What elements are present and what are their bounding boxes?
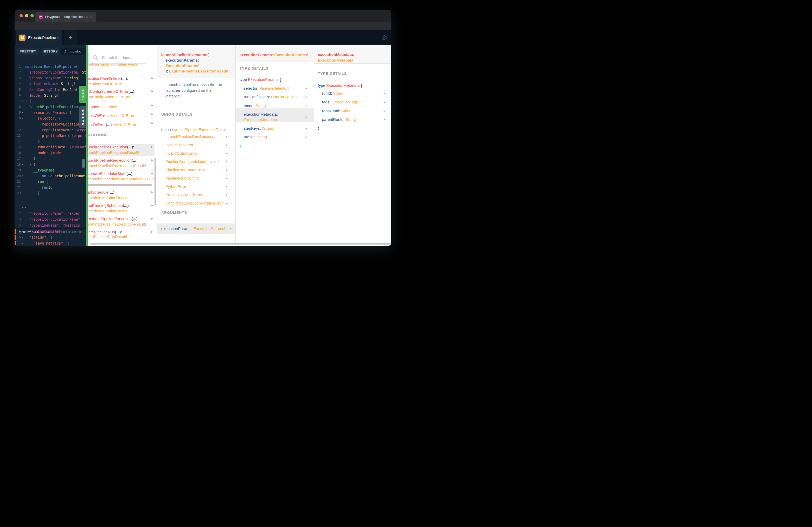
column1-hscrollbar[interactable] — [88, 184, 152, 186]
expand-arrow-icon[interactable]: ▶ — [151, 171, 155, 176]
tab-docs[interactable]: DOCS — [79, 86, 86, 103]
editor-scrollbar[interactable] — [82, 159, 85, 168]
browser-tab[interactable]: Playground - http://localhost:3 × — [35, 12, 96, 22]
expand-arrow-icon[interactable]: ▶ — [151, 112, 155, 116]
query-editor-pane[interactable]: PRETTIFY HISTORY ↺ http://loc 1mutation … — [15, 45, 86, 246]
docs-item[interactable]: rminatePipelineExecution(...): — [88, 216, 139, 222]
docs-item-result[interactable]: cheduleMutationResult! — [88, 208, 129, 214]
union-member[interactable]: ConflictingExecutionParamsError — [165, 200, 223, 206]
history-button[interactable]: HISTORY — [42, 48, 59, 55]
expand-arrow-icon[interactable]: ▶ — [151, 76, 155, 80]
fold-caret-icon[interactable]: ▾ — [21, 173, 23, 179]
fold-caret-icon[interactable]: ▾ — [21, 115, 23, 121]
type-field[interactable]: preset: String — [244, 134, 267, 140]
docs-item[interactable]: setOrError(...): AssetOrError! — [88, 122, 137, 127]
new-tab-icon[interactable]: + — [100, 13, 103, 19]
fold-caret-icon[interactable]: ▾ — [21, 205, 23, 210]
expand-arrow-icon[interactable]: ▶ — [306, 135, 309, 139]
union-member[interactable]: PythonError — [165, 184, 186, 190]
fold-caret-icon[interactable]: ▾ — [21, 235, 23, 240]
docs-item-result[interactable]: unchPipelineExecutionResult! — [88, 150, 139, 155]
expand-arrow-icon[interactable]: ▶ — [226, 160, 229, 164]
union-member[interactable]: PresetNotFoundError — [165, 192, 203, 198]
fold-caret-icon[interactable]: ▾ — [21, 228, 23, 234]
expand-arrow-icon[interactable]: ▶ — [306, 115, 309, 119]
endpoint-input[interactable]: ↺ http://loc — [61, 48, 86, 55]
expand-arrow-icon[interactable]: ▶ — [226, 135, 229, 139]
union-member[interactable]: PipelineConfigValidationInvalid — [165, 159, 219, 165]
expand-arrow-icon[interactable]: ▶ — [151, 230, 155, 234]
expand-arrow-icon[interactable]: ▶ — [226, 193, 229, 197]
expand-arrow-icon[interactable]: ▶ — [151, 145, 155, 149]
expand-arrow-icon[interactable]: ▶ — [306, 104, 309, 108]
type-field[interactable]: rootRunId: String — [322, 108, 351, 114]
expand-arrow-icon[interactable]: ▶ — [383, 100, 387, 104]
playground-tab-executepipeline[interactable]: M ExecutePipeline × — [16, 30, 62, 45]
argument-item[interactable]: executionParams: ExecutionParams! — [161, 226, 225, 231]
type-field[interactable]: stepKeys: [String!] — [244, 125, 275, 131]
union-member[interactable]: InvalidOutputError — [165, 150, 197, 156]
type-field[interactable]: runConfigData: RunConfigData — [244, 94, 298, 100]
tab-schema[interactable]: SCHEMA — [79, 106, 86, 128]
docs-item-result[interactable]: unConfigSchemaOrError! — [88, 94, 132, 100]
expand-arrow-icon[interactable]: ▶ — [226, 168, 229, 172]
expand-arrow-icon[interactable]: ▶ — [151, 190, 155, 194]
union-member[interactable]: LaunchPipelineRunSuccess — [165, 134, 214, 139]
docs-item-result[interactable]: erminatePipelineExecutionResult! — [88, 222, 146, 227]
refresh-schema-icon[interactable]: ↺ — [63, 48, 67, 55]
docs-item[interactable]: artSchedule(...): — [88, 190, 115, 195]
expand-arrow-icon[interactable]: ▶ — [151, 203, 155, 207]
type-field[interactable]: tags: [ExecutionTag!] — [322, 99, 358, 105]
type-field[interactable]: parentRunId: String — [322, 117, 356, 122]
fold-caret-icon[interactable]: ▾ — [21, 110, 23, 115]
tab-close-icon[interactable]: × — [90, 12, 92, 22]
expand-arrow-icon[interactable]: ▶ — [226, 143, 229, 147]
expand-arrow-icon[interactable]: ▶ — [383, 118, 387, 122]
union-member[interactable]: PipelineRunConflict — [165, 176, 200, 181]
expand-arrow-icon[interactable]: ▶ — [226, 176, 229, 180]
close-window-button[interactable] — [19, 14, 23, 17]
expand-arrow-icon[interactable]: ▶ — [226, 201, 229, 205]
expand-arrow-icon[interactable]: ▶ — [306, 126, 309, 131]
expand-arrow-icon[interactable]: ▶ — [151, 158, 155, 162]
type-field-type[interactable]: ExecutionMetadata — [244, 117, 277, 123]
docs-item-result[interactable]: letePipelineRunResult! — [88, 234, 127, 240]
docs-item[interactable]: nConfigSchemaOrError(...): — [88, 89, 135, 94]
docs-item-result[interactable]: cheduleMutationResult! — [88, 195, 129, 201]
fold-caret-icon[interactable]: ▾ — [21, 162, 23, 167]
docs-item[interactable]: opRunningSchedule(...): — [88, 203, 130, 208]
expand-arrow-icon[interactable]: ▶ — [383, 91, 387, 95]
docs-item[interactable]: concileSchedulerState(...): — [88, 171, 133, 177]
minimize-window-button[interactable] — [25, 14, 28, 17]
expand-arrow-icon[interactable]: ▶ — [151, 89, 155, 93]
docs-item[interactable]: setsOrError: AssetsOrError! — [88, 113, 135, 119]
docs-item[interactable]: unchPipelineReexecution(...): — [88, 157, 139, 163]
expand-arrow-icon[interactable]: ▶ — [151, 121, 155, 125]
type-field[interactable]: selector: PipelineSelector! — [244, 86, 289, 91]
expand-arrow-icon[interactable]: ▶ — [151, 216, 155, 221]
playground-new-tab-button[interactable]: + — [64, 30, 77, 45]
zoom-window-button[interactable] — [30, 14, 34, 17]
docs-item-result[interactable]: ecutionPlanOrError! — [88, 81, 122, 87]
expand-arrow-icon[interactable]: ▶ — [226, 151, 229, 155]
settings-gear-icon[interactable]: ⚙ — [378, 30, 391, 45]
docs-hscrollbar[interactable] — [90, 243, 391, 244]
prettify-button[interactable]: PRETTIFY — [17, 48, 39, 55]
docs-item[interactable]: unchPipelineExecution(...): — [88, 144, 134, 150]
docs-item-result[interactable]: aunchPipelineReexecutionResult! — [88, 163, 146, 169]
union-member[interactable]: PipelineNotFoundError — [165, 167, 205, 173]
column1-vscrollbar[interactable] — [155, 158, 156, 205]
expand-arrow-icon[interactable]: ▶ — [383, 109, 387, 113]
fold-caret-icon[interactable]: ▾ — [21, 98, 23, 104]
type-field[interactable]: runId: String — [322, 90, 343, 96]
expand-arrow-icon[interactable]: ▶ — [306, 95, 309, 99]
expand-arrow-icon[interactable]: ▶ — [226, 184, 229, 189]
docs-item-result[interactable]: econcileSchedulerStateMutationResult! — [88, 176, 156, 182]
playground-tab-close-icon[interactable]: × — [57, 30, 59, 45]
union-member[interactable]: InvalidStepError — [165, 142, 193, 148]
docs-item[interactable]: stance: Instance! — [88, 104, 117, 110]
type-field[interactable]: executionMetadata: — [244, 111, 278, 117]
expand-arrow-icon[interactable]: ▶ — [230, 227, 233, 231]
docs-item-partial[interactable]: pelineConfigValidationResult! — [88, 62, 139, 68]
expand-arrow-icon[interactable]: ▶ — [151, 103, 155, 107]
